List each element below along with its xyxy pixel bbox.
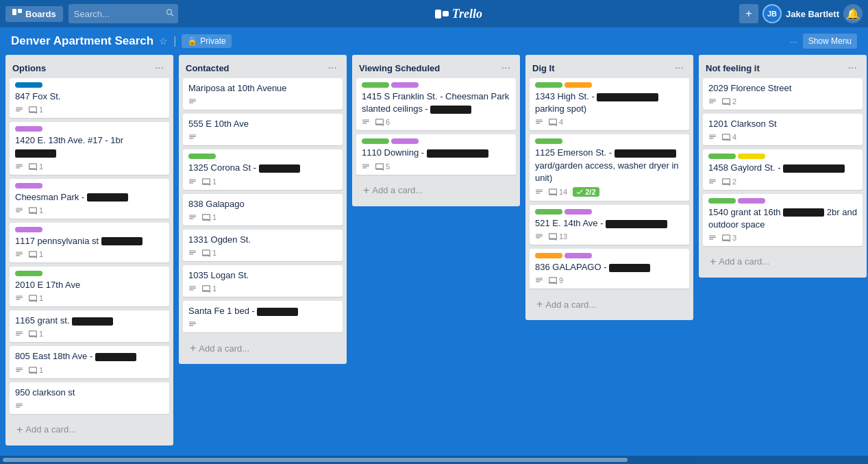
comment-count: 1 [29, 330, 43, 338]
bottom-scrollbar[interactable] [0, 456, 868, 464]
list-options: Options···847 Fox St.11420 E. 13th Ave. … [5, 55, 173, 445]
comment-count: 4 [722, 133, 736, 141]
board-title: Denver Apartment Search [11, 34, 153, 48]
comment-count: 1 [29, 206, 43, 215]
comment-number: 4 [559, 118, 563, 126]
card[interactable]: 2010 E 17th Ave1 [10, 267, 169, 306]
list-menu-button-contacted[interactable]: ··· [325, 60, 340, 75]
card[interactable]: 2029 Florence Street2 [703, 78, 863, 110]
list-menu-button-options[interactable]: ··· [152, 60, 166, 75]
card-meta [188, 97, 337, 106]
card-meta: 9 [535, 276, 684, 284]
add-card-button-dig-it[interactable]: +Add a card... [530, 294, 689, 316]
add-card-button-viewing-scheduled[interactable]: +Add a card... [356, 180, 516, 202]
card-title: 1035 Logan St. [188, 269, 337, 282]
avatar[interactable]: JB [762, 4, 782, 23]
list-header-viewing-scheduled: Viewing Scheduled··· [352, 55, 520, 78]
card[interactable]: 1110 Downing - 5 [356, 134, 516, 174]
notifications-button[interactable]: 🔔 [843, 4, 863, 23]
label-purple [391, 138, 419, 144]
list-viewing-scheduled: Viewing Scheduled···1415 S Franklin St. … [352, 55, 520, 206]
description-icon [15, 250, 23, 258]
card[interactable]: 1125 Emerson St. - yard/garden access, w… [530, 134, 689, 201]
card-meta: 13 [535, 232, 684, 241]
description-icon [188, 320, 197, 328]
lock-icon: 🔒 [187, 36, 197, 46]
description-icon [15, 402, 23, 410]
add-card-button-options[interactable]: +Add a card... [10, 419, 169, 441]
comment-count: 5 [375, 162, 390, 171]
add-card-label: Add a card... [25, 424, 76, 435]
card[interactable]: 1343 High St. - parking spot)4 [530, 78, 689, 130]
card[interactable]: 838 Galapago1 [183, 194, 343, 225]
card[interactable]: 950 clarkson st [10, 382, 169, 414]
card[interactable]: 1420 E. 13th Ave. #17 - 1br 1 [10, 122, 169, 174]
card[interactable]: 1117 pennsylvania st 1 [10, 223, 169, 262]
list-title-viewing-scheduled: Viewing Scheduled [359, 63, 440, 73]
card-meta: 2 [708, 97, 857, 106]
boards-button[interactable]: Boards [5, 6, 63, 22]
list-menu-button-dig-it[interactable]: ··· [672, 60, 686, 75]
comment-number: 1 [212, 284, 216, 293]
logo-block-big [435, 10, 441, 19]
list-menu-button-viewing-scheduled[interactable]: ··· [499, 60, 513, 75]
card-meta: 1 [188, 284, 337, 293]
description-icon [535, 188, 543, 196]
search-input[interactable] [74, 9, 173, 19]
card[interactable]: 1540 grant at 16th 2br and outdoor space… [703, 194, 863, 246]
top-nav: Boards Trello + JB Jake Bartlett 🔔 [0, 0, 868, 27]
comment-count: 14 [549, 188, 567, 196]
add-icon: + [536, 298, 543, 310]
svg-point-2 [166, 10, 171, 14]
comment-number: 1 [39, 106, 43, 114]
card[interactable]: 1165 grant st. 1 [10, 310, 169, 342]
card-title: Mariposa at 10th Avenue [188, 82, 337, 95]
comment-count: 3 [722, 234, 736, 242]
star-button[interactable]: ☆ [159, 36, 168, 47]
card-labels [535, 253, 684, 258]
list-menu-button-not-feeling-it[interactable]: ··· [845, 60, 860, 75]
description-icon [15, 206, 23, 215]
add-card-button-not-feeling-it[interactable]: +Add a card... [703, 252, 863, 273]
label-green [708, 154, 736, 159]
redacted-text [101, 237, 142, 245]
add-card-button-contacted[interactable]: +Add a card... [183, 338, 343, 360]
privacy-button[interactable]: 🔒 Private [182, 34, 231, 48]
card[interactable]: 1415 S Franklin St. - Cheesman Park slan… [356, 78, 516, 130]
label-purple [565, 253, 592, 258]
card-title: 1325 Corona St - [188, 162, 337, 174]
description-icon [188, 284, 197, 293]
add-button[interactable]: + [739, 4, 758, 23]
board-header: Denver Apartment Search ☆ | 🔒 Private ··… [0, 27, 868, 55]
checklist-count: 2/2 [585, 188, 595, 196]
card[interactable]: 847 Fox St.1 [10, 78, 169, 118]
show-menu-button[interactable]: Show Menu [803, 34, 857, 49]
comment-number: 13 [559, 232, 567, 241]
card[interactable]: 805 East 18th Ave - 1 [10, 346, 169, 378]
list-cards-not-feeling-it: 2029 Florence Street21201 Clarkson St414… [699, 78, 867, 250]
card[interactable]: 555 E 10th Ave [183, 114, 343, 145]
card[interactable]: 1201 Clarkson St4 [703, 114, 863, 145]
description-icon [15, 366, 23, 374]
card[interactable]: Mariposa at 10th Avenue [183, 78, 343, 110]
card[interactable]: 1035 Logan St.1 [183, 265, 343, 297]
comment-count: 1 [202, 178, 216, 186]
card[interactable]: 1458 Gaylord St. - 2 [703, 149, 863, 189]
label-purple [15, 227, 42, 232]
card[interactable]: 1325 Corona St - 1 [183, 149, 343, 189]
card-meta: 1 [15, 206, 164, 215]
list-header-dig-it: Dig It··· [525, 55, 693, 78]
checklist-badge: 2/2 [573, 187, 599, 197]
card-meta: 1 [15, 162, 164, 171]
description-icon [362, 118, 370, 126]
card[interactable]: Cheesman Park - 1 [10, 179, 169, 219]
card-title: 2029 Florence Street [708, 82, 857, 95]
nav-right: + JB Jake Bartlett 🔔 [739, 4, 863, 23]
card[interactable]: 521 E. 14th Ave - 13 [530, 205, 689, 245]
card[interactable]: 1331 Ogden St.1 [183, 230, 343, 261]
user-initials: JB [767, 10, 777, 18]
search-box[interactable] [69, 4, 178, 23]
card-title: 1420 E. 13th Ave. #17 - 1br [15, 134, 164, 159]
card[interactable]: 836 GALAPAGO - 9 [530, 249, 689, 289]
card[interactable]: Santa Fe 1 bed - [183, 301, 343, 332]
